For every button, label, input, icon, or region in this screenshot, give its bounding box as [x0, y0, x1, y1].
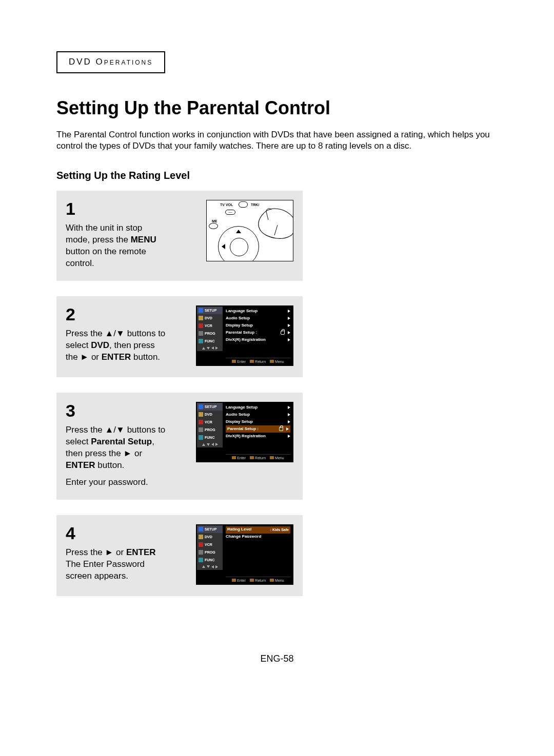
step-2-b1: DVD	[91, 340, 109, 350]
return-icon	[250, 456, 254, 459]
osd-footer: Enter Return Menu	[226, 577, 290, 584]
remote-dpad	[218, 226, 259, 261]
step-3-extra: Enter your password.	[66, 477, 148, 487]
osd-side-prog: PROG	[197, 548, 223, 556]
osd-footer: Enter Return Menu	[226, 454, 290, 461]
osd-side-func: FUNC	[197, 337, 223, 345]
osd-main: Language Setup Audio Setup Display Setup…	[223, 403, 292, 461]
step-2: 2 Press the ▲/▼ buttons to select DVD, t…	[56, 296, 303, 377]
osd-row-rating-highlight: Rating Level: Kids Safe	[226, 526, 290, 534]
step-3-t4: or	[132, 448, 142, 458]
arrow-right-icon	[288, 331, 290, 334]
osd-row-divx: DivX(R) Registration	[226, 433, 290, 440]
lock-icon	[281, 331, 285, 335]
osd-side-prog: PROG	[197, 330, 223, 337]
osd-side-func: FUNC	[197, 556, 223, 564]
up-down-arrow-icon: ▲/▼	[105, 425, 125, 435]
hand-icon	[254, 205, 293, 240]
return-icon	[250, 360, 254, 363]
section-tag: DVD Operations	[56, 51, 165, 73]
arrow-right-icon	[288, 413, 290, 416]
return-icon	[250, 579, 254, 582]
arrow-right-icon	[286, 427, 289, 431]
osd-screenshot-rating: SETUP DVD VCR PROG FUNC Rating Level: Ki…	[196, 524, 293, 585]
step-3: 3 Press the ▲/▼ buttons to select Parent…	[56, 393, 303, 500]
osd-row-divx: DivX(R) Registration	[226, 336, 290, 343]
step-3-figure: SETUP DVD VCR PROG FUNC Language Setup A…	[182, 402, 293, 462]
step-2-t5: button.	[131, 352, 160, 362]
enter-icon	[232, 579, 236, 582]
step-2-t4: or	[89, 352, 102, 362]
lock-icon	[279, 427, 283, 431]
step-3-body: Press the ▲/▼ buttons to select Parental…	[66, 424, 168, 488]
osd-main: Language Setup Audio Setup Display Setup…	[223, 307, 292, 365]
osd-side-dvd: DVD	[197, 411, 223, 418]
menu-icon	[270, 579, 274, 582]
remote-control-illustration: TV VOL TRK/ — ME	[206, 200, 293, 261]
step-2-t1: Press the	[66, 329, 105, 338]
step-4-t1: Press the	[66, 547, 105, 557]
remote-label-tvvol: TV VOL	[220, 202, 233, 207]
osd-side-vcr: VCR	[197, 541, 223, 548]
page-number: ENG-58	[56, 652, 498, 665]
osd-row-display: Display Setup	[226, 322, 290, 329]
step-4-body: Press the ► or ENTER The Enter Password …	[66, 547, 168, 582]
osd-side-vcr: VCR	[197, 322, 223, 330]
step-4: 4 Press the ► or ENTER The Enter Passwor…	[56, 515, 303, 596]
osd-side-setup: SETUP	[197, 403, 223, 411]
arrow-right-icon	[288, 338, 290, 341]
remote-minus-button: —	[225, 210, 235, 215]
osd-footer: Enter Return Menu	[226, 358, 290, 365]
arrow-right-icon	[288, 420, 290, 423]
osd-sidebar: SETUP DVD VCR PROG FUNC	[197, 403, 223, 461]
osd-side-dvd: DVD	[197, 533, 223, 541]
osd-side-dvd: DVD	[197, 314, 223, 322]
step-3-text: 3 Press the ▲/▼ buttons to select Parent…	[66, 402, 168, 488]
arrow-right-icon	[288, 310, 290, 313]
right-arrow-icon: ►	[123, 448, 132, 458]
step-1: 1 With the unit in stop mode, press the …	[56, 191, 303, 281]
osd-side-prog: PROG	[197, 426, 223, 434]
step-1-body: With the unit in stop mode, press the ME…	[66, 222, 168, 270]
osd-row-display: Display Setup	[226, 418, 290, 425]
osd-sidebar: SETUP DVD VCR PROG FUNC	[197, 525, 223, 584]
right-arrow-icon: ►	[80, 352, 89, 362]
step-1-t2: button on the remote control.	[66, 247, 146, 268]
step-3-t1: Press the	[66, 425, 105, 435]
step-1-text: 1 With the unit in stop mode, press the …	[66, 200, 168, 270]
sub-title: Setting Up the Rating Level	[56, 169, 498, 182]
step-2-body: Press the ▲/▼ buttons to select DVD, the…	[66, 328, 168, 363]
step-4-number: 4	[66, 524, 168, 542]
osd-row-parental-highlight: Parental Setup :	[226, 425, 290, 433]
step-4-text: 4 Press the ► or ENTER The Enter Passwor…	[66, 524, 168, 582]
osd-row-change-password: Change Password	[226, 534, 290, 541]
step-3-b1: Parental Setup	[91, 437, 152, 446]
osd-side-vcr: VCR	[197, 418, 223, 426]
arrow-right-icon	[288, 317, 290, 320]
enter-icon	[232, 360, 236, 363]
osd-side-setup: SETUP	[197, 307, 223, 314]
osd-row-parental: Parental Setup :	[226, 329, 290, 336]
step-3-b2: ENTER	[66, 460, 95, 470]
step-2-figure: SETUP DVD VCR PROG FUNC Language Setup A…	[182, 305, 293, 366]
step-3-number: 3	[66, 402, 168, 419]
arrow-right-icon	[288, 406, 290, 409]
menu-icon	[270, 360, 274, 363]
osd-row-language: Language Setup	[226, 308, 290, 315]
section-tag-text: DVD Operations	[69, 57, 153, 67]
remote-menu-button	[209, 223, 218, 229]
step-4-b1: ENTER	[126, 547, 156, 557]
step-4-t3: The Enter Password screen appears.	[66, 559, 145, 581]
arrow-right-icon	[288, 324, 290, 327]
osd-side-move	[197, 564, 223, 570]
page-title: Setting Up the Parental Control	[56, 96, 498, 121]
osd-screenshot-setup: SETUP DVD VCR PROG FUNC Language Setup A…	[196, 305, 293, 366]
enter-icon	[232, 456, 236, 459]
step-1-number: 1	[66, 200, 168, 217]
osd-screenshot-parental: SETUP DVD VCR PROG FUNC Language Setup A…	[196, 402, 293, 462]
osd-row-language: Language Setup	[226, 404, 290, 411]
step-1-figure: TV VOL TRK/ — ME	[182, 200, 293, 261]
osd-sidebar: SETUP DVD VCR PROG FUNC	[197, 307, 223, 365]
osd-side-setup: SETUP	[197, 525, 223, 533]
remote-mute-button	[239, 201, 248, 208]
